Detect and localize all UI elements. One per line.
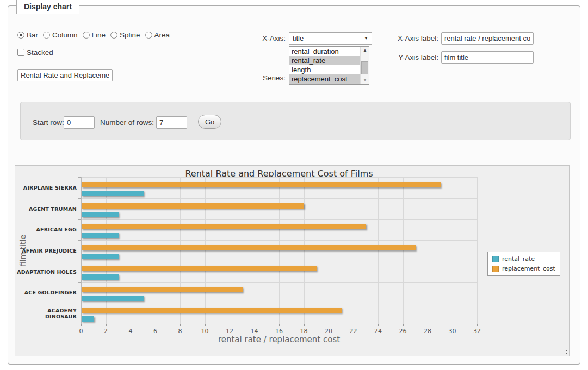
x-tick-label: 18 bbox=[300, 328, 308, 335]
x-axis-selected-value: title bbox=[293, 34, 304, 42]
x-axis-line bbox=[81, 324, 477, 324]
resize-handle-icon[interactable] bbox=[561, 348, 567, 354]
grid-line-v bbox=[329, 177, 329, 324]
start-row-input[interactable] bbox=[64, 116, 95, 129]
chart-type-line-label: Line bbox=[92, 31, 106, 39]
x-tick-label: 30 bbox=[449, 328, 456, 335]
x-axis-title: rental rate / replacement cost bbox=[81, 335, 477, 344]
x-tick-label: 26 bbox=[399, 328, 407, 335]
bar-replacement_cost bbox=[82, 224, 366, 229]
category-label: ADAPTATION HOLES bbox=[15, 268, 77, 274]
grid-line-v bbox=[477, 177, 478, 324]
scroll-down-icon[interactable]: ▼ bbox=[361, 77, 369, 84]
bar-rental_rate bbox=[82, 274, 119, 280]
x-tick-label: 2 bbox=[104, 328, 108, 335]
display-chart-panel: Display chart Bar Column Line Spline Are… bbox=[8, 5, 580, 365]
chevron-down-icon: ▼ bbox=[364, 36, 368, 41]
grid-line-v bbox=[279, 177, 280, 324]
legend-item-rental-rate[interactable]: rental_rate bbox=[492, 255, 555, 262]
category-label: AFFAIR PREJUDICE bbox=[15, 248, 77, 254]
series-option-length[interactable]: length bbox=[289, 65, 361, 74]
series-select-label: Series: bbox=[247, 74, 286, 82]
legend-label: rental_rate bbox=[502, 255, 535, 262]
checkbox-icon bbox=[17, 49, 24, 56]
legend-label: replacement_cost bbox=[502, 265, 555, 272]
series-option-replacement-cost[interactable]: replacement_cost bbox=[289, 74, 361, 84]
chart-type-radio-group: Bar Column Line Spline Area bbox=[17, 31, 170, 39]
category-label: ACADEMY DINOSAUR bbox=[15, 308, 77, 319]
bar-replacement_cost bbox=[82, 287, 243, 292]
x-tick-label: 4 bbox=[129, 328, 133, 335]
grid-line-v bbox=[304, 177, 305, 324]
listbox-scrollbar[interactable]: ▲ ▼ bbox=[360, 47, 369, 84]
x-axis-select-label: X-Axis: bbox=[247, 34, 286, 42]
grid-line-v bbox=[230, 177, 230, 324]
stacked-checkbox[interactable]: Stacked bbox=[17, 48, 53, 57]
legend-item-replacement-cost[interactable]: replacement_cost bbox=[492, 265, 555, 272]
radio-icon bbox=[17, 32, 24, 39]
x-tick-label: 0 bbox=[79, 328, 83, 335]
bar-replacement_cost bbox=[82, 203, 304, 209]
chart-type-bar[interactable]: Bar bbox=[17, 31, 38, 39]
bar-rental_rate bbox=[82, 254, 119, 259]
category-label: ACE GOLDFINGER bbox=[15, 290, 77, 296]
panel-title: Display chart bbox=[16, 0, 79, 14]
chart-title-input[interactable] bbox=[17, 69, 113, 81]
bar-replacement_cost bbox=[82, 245, 416, 250]
x-axis-label-caption: X-Axis label: bbox=[389, 34, 438, 42]
grid-line-v bbox=[403, 177, 404, 324]
x-tick-label: 12 bbox=[226, 328, 233, 335]
bar-replacement_cost bbox=[82, 266, 317, 271]
grid-line-v bbox=[453, 177, 453, 324]
num-rows-input[interactable] bbox=[156, 116, 187, 129]
chart-box: Rental Rate and Replacement Cost of Film… bbox=[15, 165, 570, 356]
chart-type-spline-label: Spline bbox=[120, 31, 140, 39]
y-axis-line bbox=[81, 177, 82, 324]
bar-replacement_cost bbox=[82, 308, 342, 313]
grid-line-v bbox=[378, 177, 379, 324]
grid-line-v bbox=[106, 177, 107, 324]
x-tick-label: 24 bbox=[374, 328, 382, 335]
bar-rental_rate bbox=[82, 316, 94, 322]
x-axis-label-input[interactable] bbox=[441, 32, 534, 45]
x-tick-label: 28 bbox=[424, 328, 431, 335]
x-tick-label: 22 bbox=[350, 328, 357, 335]
x-tick-label: 14 bbox=[251, 328, 258, 335]
scrollbar-thumb[interactable] bbox=[361, 61, 368, 74]
chart-type-column-label: Column bbox=[52, 31, 78, 39]
chart-type-spline[interactable]: Spline bbox=[110, 31, 140, 39]
category-label: AIRPLANE SIERRA bbox=[15, 185, 77, 191]
stacked-label: Stacked bbox=[27, 48, 53, 57]
num-rows-label: Number of rows: bbox=[100, 118, 154, 127]
radio-icon bbox=[43, 32, 50, 39]
legend-swatch-icon bbox=[492, 256, 499, 262]
chart-type-column[interactable]: Column bbox=[43, 31, 78, 39]
y-axis-label-input[interactable] bbox=[441, 51, 534, 64]
y-axis-label-caption: Y-Axis label: bbox=[389, 53, 438, 61]
series-option-rental-rate[interactable]: rental_rate bbox=[289, 56, 361, 65]
legend-swatch-icon bbox=[492, 266, 499, 272]
radio-icon bbox=[110, 32, 117, 39]
grid-line-v bbox=[156, 177, 156, 324]
x-tick-label: 10 bbox=[201, 328, 209, 335]
radio-icon bbox=[83, 32, 90, 39]
grid-line-v bbox=[428, 177, 428, 324]
grid-line-v bbox=[180, 177, 181, 324]
x-tick-label: 6 bbox=[153, 328, 157, 335]
radio-icon bbox=[145, 32, 152, 39]
go-button[interactable]: Go bbox=[198, 115, 221, 129]
bar-replacement_cost bbox=[82, 182, 441, 187]
category-label: AGENT TRUMAN bbox=[15, 205, 77, 211]
chart-type-area[interactable]: Area bbox=[145, 31, 170, 39]
chart-legend: rental_rate replacement_cost bbox=[487, 252, 560, 276]
x-axis-select[interactable]: title ▼ bbox=[289, 32, 372, 45]
row-range-box: Start row: Number of rows: Go bbox=[20, 102, 571, 140]
x-tick-label: 8 bbox=[178, 328, 182, 335]
series-listbox[interactable]: rental_duration rental_rate length repla… bbox=[289, 46, 369, 85]
scroll-up-icon[interactable]: ▲ bbox=[361, 47, 369, 54]
chart-type-area-label: Area bbox=[154, 31, 170, 39]
grid-line-v bbox=[255, 177, 255, 324]
series-option-rental-duration[interactable]: rental_duration bbox=[289, 47, 361, 56]
chart-type-line[interactable]: Line bbox=[83, 31, 106, 39]
x-tick-label: 32 bbox=[473, 328, 481, 335]
